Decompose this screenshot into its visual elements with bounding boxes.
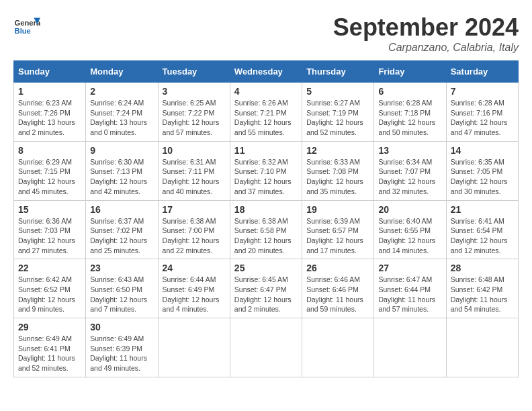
col-tuesday: Tuesday [158,61,230,83]
day-info: Sunrise: 6:27 AM Sunset: 7:19 PM Dayligh… [306,98,369,138]
day-number: 13 [378,145,441,156]
day-number: 8 [18,145,81,156]
day-info: Sunrise: 6:23 AM Sunset: 7:26 PM Dayligh… [18,98,81,138]
calendar-cell: 13Sunrise: 6:34 AM Sunset: 7:07 PM Dayli… [374,141,446,200]
day-number: 5 [306,86,369,97]
day-info: Sunrise: 6:43 AM Sunset: 6:50 PM Dayligh… [90,275,153,314]
logo: General Blue [13,13,44,40]
calendar-cell [158,318,230,377]
day-number: 4 [234,86,298,97]
calendar-cell: 18Sunrise: 6:38 AM Sunset: 6:58 PM Dayli… [230,200,302,259]
col-thursday: Thursday [302,61,374,83]
day-number: 6 [378,86,441,97]
calendar-cell: 1Sunrise: 6:23 AM Sunset: 7:26 PM Daylig… [14,83,86,142]
page-header: General Blue September 2024 Carpanzano, … [13,13,519,54]
col-friday: Friday [374,61,446,83]
calendar-week-row: 29Sunrise: 6:49 AM Sunset: 6:41 PM Dayli… [14,318,519,377]
calendar-cell: 9Sunrise: 6:30 AM Sunset: 7:13 PM Daylig… [86,141,158,200]
day-number: 7 [451,86,514,97]
calendar-cell [374,318,446,377]
calendar-cell: 4Sunrise: 6:26 AM Sunset: 7:21 PM Daylig… [230,83,302,142]
calendar-week-row: 8Sunrise: 6:29 AM Sunset: 7:15 PM Daylig… [14,141,519,200]
day-number: 15 [18,204,81,215]
calendar-week-row: 15Sunrise: 6:36 AM Sunset: 7:03 PM Dayli… [14,200,519,259]
calendar-table: Sunday Monday Tuesday Wednesday Thursday… [13,60,519,377]
day-number: 22 [18,263,81,273]
day-number: 19 [306,204,369,215]
day-info: Sunrise: 6:35 AM Sunset: 7:05 PM Dayligh… [451,157,514,197]
day-info: Sunrise: 6:24 AM Sunset: 7:24 PM Dayligh… [90,98,153,138]
day-info: Sunrise: 6:32 AM Sunset: 7:10 PM Dayligh… [234,157,298,197]
calendar-cell: 19Sunrise: 6:39 AM Sunset: 6:57 PM Dayli… [302,200,374,259]
calendar-cell: 6Sunrise: 6:28 AM Sunset: 7:18 PM Daylig… [374,83,446,142]
calendar-cell: 14Sunrise: 6:35 AM Sunset: 7:05 PM Dayli… [446,141,518,200]
col-monday: Monday [86,61,158,83]
calendar-cell: 15Sunrise: 6:36 AM Sunset: 7:03 PM Dayli… [14,200,86,259]
location-subtitle: Carpanzano, Calabria, Italy [333,42,519,54]
calendar-cell: 17Sunrise: 6:38 AM Sunset: 7:00 PM Dayli… [158,200,230,259]
col-saturday: Saturday [446,61,518,83]
day-number: 27 [378,263,441,273]
calendar-cell: 25Sunrise: 6:45 AM Sunset: 6:47 PM Dayli… [230,259,302,318]
calendar-cell: 5Sunrise: 6:27 AM Sunset: 7:19 PM Daylig… [302,83,374,142]
day-number: 10 [163,145,226,156]
calendar-cell: 29Sunrise: 6:49 AM Sunset: 6:41 PM Dayli… [14,318,86,377]
day-info: Sunrise: 6:45 AM Sunset: 6:47 PM Dayligh… [234,275,298,314]
day-info: Sunrise: 6:39 AM Sunset: 6:57 PM Dayligh… [306,216,369,256]
day-number: 20 [378,204,441,215]
calendar-cell: 22Sunrise: 6:42 AM Sunset: 6:52 PM Dayli… [14,259,86,318]
calendar-cell: 7Sunrise: 6:28 AM Sunset: 7:16 PM Daylig… [446,83,518,142]
day-number: 18 [234,204,298,215]
day-info: Sunrise: 6:34 AM Sunset: 7:07 PM Dayligh… [378,157,441,197]
title-block: September 2024 Carpanzano, Calabria, Ita… [333,13,519,54]
day-number: 12 [306,145,369,156]
day-number: 26 [306,263,369,273]
day-number: 24 [163,263,226,273]
day-info: Sunrise: 6:41 AM Sunset: 6:54 PM Dayligh… [451,216,514,256]
day-info: Sunrise: 6:47 AM Sunset: 6:44 PM Dayligh… [378,275,441,314]
day-number: 11 [234,145,298,156]
day-info: Sunrise: 6:37 AM Sunset: 7:02 PM Dayligh… [90,216,153,256]
calendar-cell: 23Sunrise: 6:43 AM Sunset: 6:50 PM Dayli… [86,259,158,318]
day-info: Sunrise: 6:29 AM Sunset: 7:15 PM Dayligh… [18,157,81,197]
day-number: 2 [90,86,153,97]
day-number: 1 [18,86,81,97]
day-info: Sunrise: 6:48 AM Sunset: 6:42 PM Dayligh… [451,275,514,314]
calendar-cell: 11Sunrise: 6:32 AM Sunset: 7:10 PM Dayli… [230,141,302,200]
day-info: Sunrise: 6:38 AM Sunset: 7:00 PM Dayligh… [163,216,226,256]
day-info: Sunrise: 6:44 AM Sunset: 6:49 PM Dayligh… [163,275,226,314]
day-number: 23 [90,263,153,273]
day-info: Sunrise: 6:36 AM Sunset: 7:03 PM Dayligh… [18,216,81,256]
calendar-cell: 24Sunrise: 6:44 AM Sunset: 6:49 PM Dayli… [158,259,230,318]
day-info: Sunrise: 6:33 AM Sunset: 7:08 PM Dayligh… [306,157,369,197]
day-info: Sunrise: 6:25 AM Sunset: 7:22 PM Dayligh… [163,98,226,138]
day-number: 21 [451,204,514,215]
calendar-cell: 10Sunrise: 6:31 AM Sunset: 7:11 PM Dayli… [158,141,230,200]
day-info: Sunrise: 6:49 AM Sunset: 6:39 PM Dayligh… [90,334,153,373]
day-number: 28 [451,263,514,273]
col-sunday: Sunday [14,61,86,83]
calendar-cell: 2Sunrise: 6:24 AM Sunset: 7:24 PM Daylig… [86,83,158,142]
day-info: Sunrise: 6:49 AM Sunset: 6:41 PM Dayligh… [18,334,81,373]
month-title: September 2024 [333,13,519,42]
calendar-week-row: 22Sunrise: 6:42 AM Sunset: 6:52 PM Dayli… [14,259,519,318]
calendar-cell: 8Sunrise: 6:29 AM Sunset: 7:15 PM Daylig… [14,141,86,200]
calendar-header-row: Sunday Monday Tuesday Wednesday Thursday… [14,61,519,83]
day-info: Sunrise: 6:42 AM Sunset: 6:52 PM Dayligh… [18,275,81,314]
day-number: 3 [163,86,226,97]
day-info: Sunrise: 6:28 AM Sunset: 7:16 PM Dayligh… [451,98,514,138]
calendar-cell [230,318,302,377]
day-number: 9 [90,145,153,156]
day-info: Sunrise: 6:30 AM Sunset: 7:13 PM Dayligh… [90,157,153,197]
calendar-cell: 27Sunrise: 6:47 AM Sunset: 6:44 PM Dayli… [374,259,446,318]
calendar-cell: 21Sunrise: 6:41 AM Sunset: 6:54 PM Dayli… [446,200,518,259]
day-number: 16 [90,204,153,215]
calendar-cell: 30Sunrise: 6:49 AM Sunset: 6:39 PM Dayli… [86,318,158,377]
calendar-cell: 3Sunrise: 6:25 AM Sunset: 7:22 PM Daylig… [158,83,230,142]
day-info: Sunrise: 6:38 AM Sunset: 6:58 PM Dayligh… [234,216,298,256]
day-number: 17 [163,204,226,215]
day-info: Sunrise: 6:26 AM Sunset: 7:21 PM Dayligh… [234,98,298,138]
calendar-cell [302,318,374,377]
day-number: 25 [234,263,298,273]
day-number: 29 [18,322,81,332]
